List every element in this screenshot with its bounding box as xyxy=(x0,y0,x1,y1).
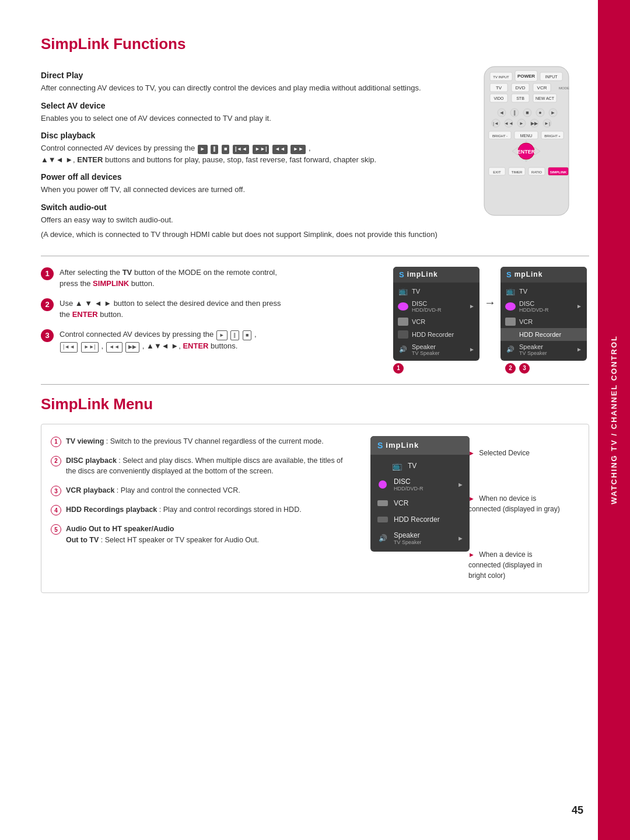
steps-right-wrapper: S impLink 📺 TV DISC HDD/DVD-R xyxy=(391,267,589,374)
panel2-tv-icon: 📺 xyxy=(505,287,516,295)
direct-play-title: Direct Play xyxy=(41,71,461,80)
panel1-speaker-arrow: ► xyxy=(469,346,475,353)
menu-num-2: 2 xyxy=(51,456,61,466)
menu-section-layout: 1 TV viewing : Switch to the previous TV… xyxy=(41,424,589,593)
panel1-hdd-icon xyxy=(398,330,408,339)
panel2-disc-icon xyxy=(505,302,516,311)
panel1-tv: 📺 TV xyxy=(393,285,480,298)
panel2-speaker-arrow: ► xyxy=(576,346,582,353)
panel2-disc-arrow: ► xyxy=(576,303,582,309)
large-disc-label-box: DISC HDD/DVD-R xyxy=(394,477,453,492)
panel2-items: 📺 TV DISC HDD/DVD-R ► xyxy=(501,283,587,361)
s3-stop: ■ xyxy=(243,330,251,341)
svg-text:|◄: |◄ xyxy=(493,121,499,126)
svg-text:STB: STB xyxy=(516,96,524,100)
panels-arrow: → xyxy=(484,267,496,309)
direct-play-body: After connecting AV devices to TV, you c… xyxy=(41,82,461,94)
panel1-vcr: VCR xyxy=(393,315,480,328)
large-item-speaker: 5 🔊 Speaker TV Speaker ► xyxy=(370,528,470,549)
steps-section: 1 After selecting the TV button of the M… xyxy=(41,267,589,374)
large-tv-label: TV xyxy=(408,462,464,470)
badge-3: 3 xyxy=(519,363,530,374)
panel1-vcr-icon xyxy=(398,318,408,326)
large-item-tv: 1 📺 TV xyxy=(370,458,470,474)
simplink-panel-1: S impLink 📺 TV DISC HDD/DVD-R xyxy=(393,267,480,361)
panel1-logo-text: impLink xyxy=(407,270,438,278)
panel1-disc-sub: HDD/DVD-R xyxy=(412,307,466,313)
section2-title: SimpLink Menu xyxy=(41,395,589,413)
svg-text:SIMPLINK: SIMPLINK xyxy=(550,170,567,174)
step-3: 3 Control connected AV devices by pressi… xyxy=(41,329,379,353)
svg-text:NEW ACT: NEW ACT xyxy=(536,96,555,100)
step-2: 2 Use ▲ ▼ ◄ ► button to select the desir… xyxy=(41,298,379,320)
annotation-device-connected: ► When a device isconnected (displayed i… xyxy=(468,549,579,581)
large-disc-sub: HDD/DVD-R xyxy=(394,486,453,492)
panel1-speaker-label: Speaker xyxy=(412,343,466,350)
large-item-hdd: 4 HDD Recorder xyxy=(370,511,470,528)
menu-item-1: 1 TV viewing : Switch to the previous TV… xyxy=(51,436,346,447)
large-tv-label-box: TV xyxy=(408,462,464,470)
svg-text:VIDO: VIDO xyxy=(494,96,504,100)
menu-item-3: 3 VCR playback : Play and control the co… xyxy=(51,485,346,496)
menu-text-4: HDD Recordings playback : Play and contr… xyxy=(66,504,302,515)
panel2-tv: 📺 TV xyxy=(501,285,587,298)
menu-bold-2: DISC playback xyxy=(66,456,117,465)
panel2-hdd-icon xyxy=(505,330,516,339)
panel2-speaker-label: Speaker xyxy=(519,343,573,350)
menu-left: 1 TV viewing : Switch to the previous TV… xyxy=(51,436,346,581)
panel1-hdd: HDD Recorder xyxy=(393,328,480,341)
annotation-text-2: When no device isconnected (displayed in… xyxy=(468,494,560,513)
select-av-title: Select AV device xyxy=(41,101,461,110)
menu-num-4: 4 xyxy=(51,505,61,515)
play-btn: ► xyxy=(198,145,208,154)
panels-row: S impLink 📺 TV DISC HDD/DVD-R xyxy=(393,267,587,361)
panel2-tv-label: TV xyxy=(519,288,582,295)
svg-text:TV INPUT: TV INPUT xyxy=(493,75,509,79)
svg-text:●: ● xyxy=(538,110,541,116)
menu-bold-3: VCR playback xyxy=(66,486,114,494)
menu-num-5: 5 xyxy=(51,524,61,535)
svg-text:◄◄: ◄◄ xyxy=(504,121,513,126)
page-container: SimpLink Functions Direct Play After con… xyxy=(0,0,630,840)
rev-btn: ◄◄ xyxy=(272,145,288,154)
panel2-hdd-label: HDD Recorder xyxy=(519,331,582,338)
panel1-speaker-icon: 🔊 xyxy=(398,346,408,354)
arrow-keys: ▲▼◄ ► xyxy=(41,155,73,164)
panel2-vcr-label: VCR xyxy=(519,318,582,325)
section1-title: SimpLink Functions xyxy=(41,35,589,53)
annotation-no-device: ► When no device isconnected (displayed … xyxy=(468,493,579,514)
badges-row: 1 2 3 xyxy=(391,363,589,374)
panel1-items: 📺 TV DISC HDD/DVD-R ► xyxy=(393,283,480,361)
panel1-speaker-sub: TV Speaker xyxy=(412,350,466,356)
enter-key1: ENTER xyxy=(77,155,103,164)
large-s-logo: S xyxy=(377,441,383,450)
large-disc-label: DISC xyxy=(394,477,453,486)
rew-btn: |◄◄ xyxy=(233,145,249,154)
steps-left: 1 After selecting the TV button of the M… xyxy=(41,267,391,374)
large-vcr-label: VCR xyxy=(394,499,464,507)
panel2-disc: DISC HDD/DVD-R ► xyxy=(501,298,587,315)
panel1-hdd-label: HDD Recorder xyxy=(412,331,475,338)
step-1-circle: 1 xyxy=(41,267,54,280)
large-vcr-label-box: VCR xyxy=(394,499,464,507)
top-left: Direct Play After connecting AV devices … xyxy=(41,64,473,244)
panel2-vcr: VCR xyxy=(501,315,587,328)
s3-rew: |◄◄ xyxy=(60,342,78,353)
step-2-circle: 2 xyxy=(41,298,54,311)
hdmi-note: (A device, which is connected to TV thro… xyxy=(41,229,461,241)
badge-under-1: 1 xyxy=(391,363,477,374)
large-speaker-icon-box: 🔊 xyxy=(376,534,389,543)
large-vcr-icon xyxy=(377,500,388,506)
large-hdd-label-box: HDD Recorder xyxy=(394,515,464,524)
annotation-text-3: When a device isconnected (displayed inb… xyxy=(468,550,542,580)
large-speaker-arrow: ► xyxy=(457,535,464,542)
s3-rev: ◄◄ xyxy=(106,342,123,353)
panel2-header: S mpLink xyxy=(501,267,587,283)
svg-text:INPUT: INPUT xyxy=(545,75,558,79)
menu-text-1: TV viewing : Switch to the previous TV c… xyxy=(66,436,324,447)
simplink-panel-2: S mpLink 📺 TV DISC HDD/DVD-R xyxy=(501,267,587,361)
s3-play: ► xyxy=(216,330,228,341)
large-simplink-panel: S impLink 1 📺 TV xyxy=(370,436,470,552)
large-panel-header: S impLink xyxy=(370,436,470,455)
menu-bold-5b: Out to TV xyxy=(66,536,99,544)
